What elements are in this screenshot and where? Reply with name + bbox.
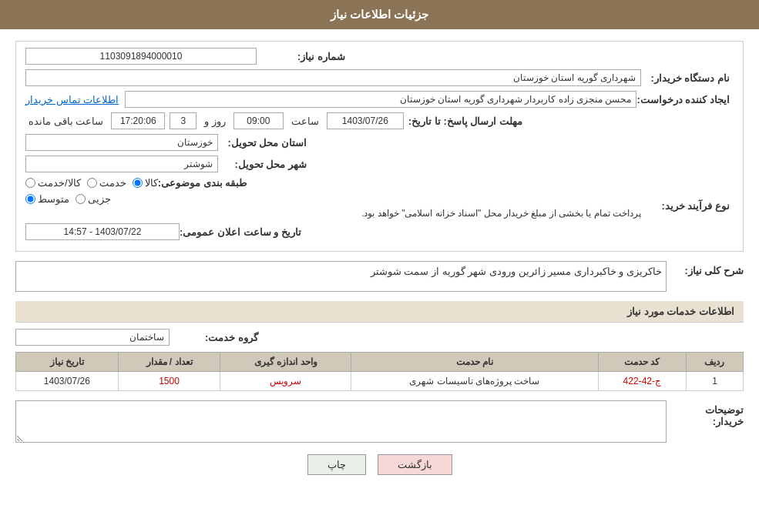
category-service-label: خدمت	[99, 177, 126, 189]
creator-row: ایجاد کننده درخواست: محسن منجزی زاده کار…	[25, 91, 734, 108]
category-goods-service-label: کالا/خدمت	[38, 177, 81, 189]
table-row: 1 ج-42-422 ساخت پروژه‌های تاسیسات شهری س…	[16, 372, 744, 391]
col-header-quantity: تعداد / مقدار	[118, 353, 220, 372]
purchase-option-minor: جزیی	[76, 193, 111, 205]
page-title: جزئیات اطلاعات نیاز	[331, 8, 428, 21]
buyer-org-label: نام دستگاه خریدار:	[641, 72, 734, 84]
category-goods-label: کالا	[145, 177, 158, 189]
page-header: جزئیات اطلاعات نیاز	[0, 0, 759, 29]
purchase-radio-group: متوسط جزیی	[25, 193, 641, 205]
category-option-service: خدمت	[87, 177, 126, 189]
category-goods-service-radio[interactable]	[25, 178, 35, 188]
buyer-notes-textarea[interactable]	[15, 400, 667, 443]
cell-code: ج-42-422	[598, 372, 686, 391]
province-value: خوزستان	[25, 134, 218, 151]
description-value: خاکریزی و خاکبرداری مسیر زائرین ورودی شه…	[15, 261, 667, 292]
deadline-row: مهلت ارسال پاسخ: تا تاریخ: 1403/07/26 سا…	[25, 112, 734, 129]
need-number-label: شماره نیاز:	[257, 51, 349, 62]
province-row: استان محل تحویل: خوزستان	[25, 134, 734, 151]
services-section-title: اطلاعات خدمات مورد نیاز	[15, 301, 744, 323]
col-header-date: تاریخ نیاز	[16, 353, 119, 372]
category-option-goods: کالا	[133, 177, 158, 189]
deadline-days-label: روز و	[204, 115, 226, 127]
deadline-date: 1403/07/26	[327, 112, 404, 129]
deadline-label: مهلت ارسال پاسخ: تا تاریخ:	[408, 115, 526, 127]
service-group-label: گروه خدمت:	[170, 332, 262, 343]
purchase-minor-radio[interactable]	[76, 194, 86, 204]
col-header-unit: واحد اندازه گیری	[220, 353, 351, 372]
announce-date-value: 1403/07/22 - 14:57	[25, 223, 180, 240]
description-label: شرح کلی نیاز:	[674, 261, 744, 276]
category-option-goods-service: کالا/خدمت	[25, 177, 81, 189]
deadline-days: 3	[170, 112, 196, 129]
category-radio-group: کالا/خدمت خدمت کالا	[25, 177, 158, 189]
category-goods-radio[interactable]	[133, 178, 143, 188]
print-button[interactable]: چاپ	[307, 454, 366, 475]
purchase-type-row: نوع فرآیند خرید: متوسط جزیی	[25, 193, 734, 219]
cell-quantity: 1500	[118, 372, 220, 391]
need-details-section: شماره نیاز: 1103091894000010 نام دستگاه …	[15, 41, 744, 252]
col-header-row: ردیف	[686, 353, 743, 372]
purchase-medium-radio[interactable]	[25, 194, 35, 204]
announce-date-row: تاریخ و ساعت اعلان عمومی: 1403/07/22 - 1…	[25, 223, 734, 240]
deadline-remaining: 17:20:06	[111, 112, 165, 129]
creator-contact-link[interactable]: اطلاعات تماس خریدار	[25, 94, 119, 105]
need-number-row: شماره نیاز: 1103091894000010	[25, 48, 734, 65]
deadline-remaining-label: ساعت باقی مانده	[29, 115, 103, 127]
need-number-value: 1103091894000010	[25, 48, 257, 65]
purchase-type-label: نوع فرآیند خرید:	[641, 200, 734, 212]
deadline-time: 09:00	[233, 112, 284, 129]
category-service-radio[interactable]	[87, 178, 97, 188]
creator-value: محسن منجزی زاده کاربردار شهرداری گوریه ا…	[125, 91, 636, 108]
category-label: طبقه بندی موضوعی:	[158, 177, 251, 189]
deadline-time-label: ساعت	[291, 115, 319, 127]
service-group-row: گروه خدمت: ساختمان	[15, 329, 744, 346]
city-label: شهر محل تحویل:	[218, 159, 311, 170]
city-row: شهر محل تحویل: شوشتر	[25, 156, 734, 172]
creator-label: ایجاد کننده درخواست:	[636, 94, 734, 105]
buyer-org-value: شهرداری گوریه استان خوزستان	[25, 69, 641, 86]
service-group-value: ساختمان	[15, 329, 170, 346]
announce-date-label: تاریخ و ساعت اعلان عمومی:	[180, 226, 305, 238]
cell-name: ساخت پروژه‌های تاسیسات شهری	[351, 372, 598, 391]
purchase-option-medium: متوسط	[25, 193, 69, 205]
col-header-code: کد حدمت	[598, 353, 686, 372]
back-button[interactable]: بازگشت	[378, 454, 452, 475]
category-row: طبقه بندی موضوعی: کالا/خدمت خدمت کالا	[25, 177, 734, 189]
services-table: ردیف کد حدمت نام حدمت واحد اندازه گیری ت…	[15, 352, 744, 391]
col-header-name: نام حدمت	[351, 353, 598, 372]
cell-date: 1403/07/26	[16, 372, 119, 391]
button-row: بازگشت چاپ	[15, 443, 744, 487]
purchase-medium-label: متوسط	[38, 193, 69, 205]
city-value: شوشتر	[25, 156, 218, 172]
cell-row: 1	[686, 372, 743, 391]
cell-unit: سرویس	[220, 372, 351, 391]
description-section: شرح کلی نیاز: خاکریزی و خاکبرداری مسیر ز…	[15, 261, 744, 292]
province-label: استان محل تحویل:	[218, 137, 311, 149]
purchase-minor-label: جزیی	[88, 193, 111, 205]
purchase-note: پرداخت تمام یا بخشی از مبلغ خریدار محل "…	[25, 208, 641, 219]
buyer-org-row: نام دستگاه خریدار: شهرداری گوریه استان خ…	[25, 69, 734, 86]
buyer-notes-label: توضیحات خریدار:	[674, 400, 744, 427]
buyer-notes-section: توضیحات خریدار:	[15, 400, 744, 443]
